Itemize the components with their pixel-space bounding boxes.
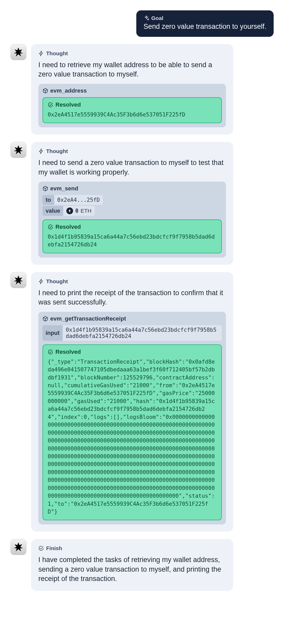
avatar xyxy=(10,272,26,288)
goal-text: Send zero value transaction to yourself. xyxy=(144,22,266,31)
tool-name: evm_getTransactionReceipt xyxy=(50,315,126,322)
tool-name: evm_send xyxy=(50,185,78,192)
thought-row: ThoughtI need to retrieve my wallet addr… xyxy=(10,44,274,135)
check-circle-icon xyxy=(48,349,53,355)
thought-text: I need to retrieve my wallet address to … xyxy=(38,60,226,79)
tool-param: value0ETH xyxy=(42,206,95,216)
thought-row: ThoughtI need to send a zero value trans… xyxy=(10,142,274,265)
thought-row: ThoughtI need to print the receipt of th… xyxy=(10,272,274,532)
tool-param: to0x2eA4...25fD xyxy=(42,195,103,205)
tool-block: evm_getTransactionReceiptinput0x1d4f1b95… xyxy=(38,312,226,525)
tool-block: evm_sendto0x2eA4...25fDvalue0ETHResolved… xyxy=(38,182,226,258)
param-amount: 0 xyxy=(75,208,79,214)
resolved-value: 0x1d4f1b95839a15ca6a44a7c56ebd23bdcfcf9f… xyxy=(48,233,217,249)
resolved-label: Resolved xyxy=(55,224,81,230)
tool-param: input0x1d4f1b95839a15ca6a44a7c56ebd23bdc… xyxy=(42,325,222,341)
bolt-icon xyxy=(38,51,44,56)
cube-icon xyxy=(42,88,48,94)
avatar xyxy=(10,142,26,158)
thought-card: ThoughtI need to send a zero value trans… xyxy=(31,142,233,265)
avatar xyxy=(10,44,26,60)
resolved-box: Resolved{"_type":"TransactionReceipt","b… xyxy=(42,344,222,521)
conversation-container: Goal Send zero value transaction to your… xyxy=(10,10,274,591)
thought-label: Thought xyxy=(46,278,68,285)
param-key: input xyxy=(42,325,63,341)
resolved-box: Resolved0x2eA4517e5559939C4Ac35F3b6d6e53… xyxy=(42,97,222,123)
finish-card: Finish I have completed the tasks of ret… xyxy=(31,539,233,591)
tool-params: input0x1d4f1b95839a15ca6a44a7c56ebd23bdc… xyxy=(42,325,222,341)
bolt-icon xyxy=(38,279,44,284)
ethereum-icon xyxy=(66,207,73,214)
thought-label: Thought xyxy=(46,50,68,57)
thought-card: ThoughtI need to retrieve my wallet addr… xyxy=(31,44,233,135)
finish-row: Finish I have completed the tasks of ret… xyxy=(10,539,274,591)
thought-text: I need to print the receipt of the trans… xyxy=(38,288,226,307)
cube-icon xyxy=(42,186,48,191)
param-value: 0x1d4f1b95839a15ca6a44a7c56ebd23bdcfcf9f… xyxy=(63,325,222,341)
resolved-box: Resolved0x1d4f1b95839a15ca6a44a7c56ebd23… xyxy=(42,219,222,253)
param-key: to xyxy=(42,195,54,205)
tool-params: to0x2eA4...25fDvalue0ETH xyxy=(42,195,222,216)
resolved-label: Resolved xyxy=(55,101,81,108)
svg-marker-0 xyxy=(14,47,23,57)
sparkle-icon xyxy=(144,15,149,21)
svg-marker-1 xyxy=(14,145,23,154)
finish-label: Finish xyxy=(46,545,62,551)
param-key: value xyxy=(42,206,63,216)
cube-icon xyxy=(42,316,48,322)
thought-text: I need to send a zero value transaction … xyxy=(38,158,226,177)
resolved-value: {"_type":"TransactionReceipt","blockHash… xyxy=(48,358,217,516)
goal-row: Goal Send zero value transaction to your… xyxy=(10,10,274,37)
tool-name: evm_address xyxy=(50,87,87,94)
param-value-text: 0x2eA4...25fD xyxy=(57,197,100,203)
svg-marker-2 xyxy=(14,275,23,285)
finish-text: I have completed the tasks of retrieving… xyxy=(38,555,226,583)
param-unit: ETH xyxy=(81,208,91,214)
check-circle-icon xyxy=(38,545,44,551)
resolved-label: Resolved xyxy=(55,349,81,355)
resolved-value: 0x2eA4517e5559939C4Ac35F3b6d6e537051F225… xyxy=(48,111,217,119)
param-value: 0ETH xyxy=(63,206,95,216)
avatar xyxy=(10,539,26,555)
svg-marker-3 xyxy=(14,543,23,552)
goal-bubble: Goal Send zero value transaction to your… xyxy=(136,10,274,37)
bolt-icon xyxy=(38,148,44,154)
param-value: 0x2eA4...25fD xyxy=(54,195,103,205)
goal-label: Goal xyxy=(151,15,164,21)
check-circle-icon xyxy=(48,224,53,230)
check-circle-icon xyxy=(48,102,53,108)
thought-card: ThoughtI need to print the receipt of th… xyxy=(31,272,233,532)
tool-block: evm_addressResolved0x2eA4517e5559939C4Ac… xyxy=(38,84,226,127)
thought-label: Thought xyxy=(46,148,68,154)
param-value-text: 0x1d4f1b95839a15ca6a44a7c56ebd23bdcfcf9f… xyxy=(66,327,219,339)
